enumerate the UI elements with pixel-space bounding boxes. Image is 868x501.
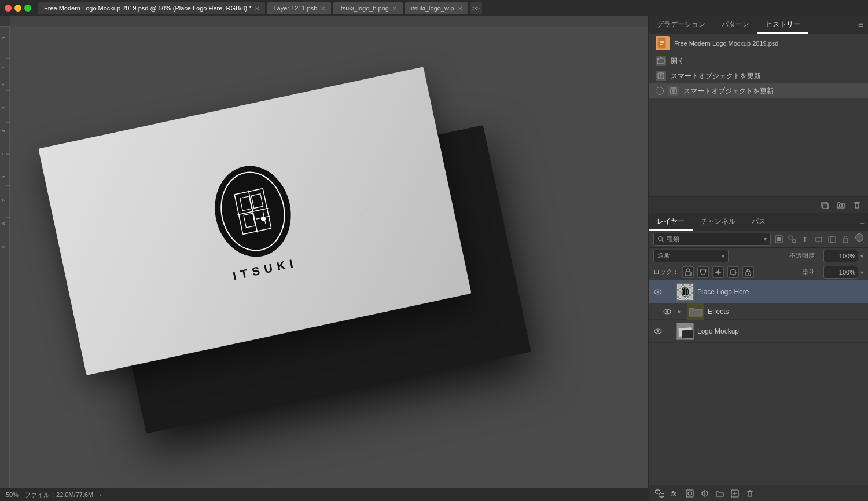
- blend-mode-row: 通常 不透明度： 100%: [649, 248, 868, 264]
- history-trash-button[interactable]: [851, 199, 863, 211]
- tab-pattern[interactable]: パターン: [713, 16, 757, 34]
- tab-gradation[interactable]: グラデーション: [649, 16, 713, 34]
- filter-adjustment-icon[interactable]: [786, 233, 798, 245]
- layer-item-logo-mockup[interactable]: Logo Mockup: [649, 320, 868, 343]
- tab-layers[interactable]: レイヤー: [649, 213, 693, 231]
- history-list: 開く スマートオブジェクトを更新: [649, 53, 868, 196]
- lock-row: ロック： 塗り： 100%: [649, 264, 868, 280]
- filter-toggle-circle[interactable]: [855, 233, 863, 245]
- lock-artboard-button[interactable]: [727, 266, 739, 278]
- tab-paths[interactable]: パス: [744, 213, 774, 231]
- filter-shape-icon[interactable]: [813, 233, 825, 245]
- filter-dropdown-icon[interactable]: [764, 236, 767, 242]
- svg-point-112: [666, 310, 668, 313]
- history-panel-menu-icon[interactable]: ≡: [858, 20, 863, 30]
- layer-new-button[interactable]: [729, 487, 741, 500]
- layer-filter-input[interactable]: 種類: [653, 233, 771, 246]
- opacity-row: 不透明度： 100%: [732, 250, 863, 262]
- canvas-viewport[interactable]: ITSUKI: [10, 27, 648, 488]
- svg-rect-91: [731, 270, 735, 275]
- svg-rect-71: [823, 203, 828, 209]
- right-panel: グラデーション パターン ヒストリー ≡: [648, 16, 868, 501]
- filter-icon-group: T: [773, 233, 863, 245]
- svg-rect-103: [689, 288, 693, 292]
- svg-text:fx: fx: [671, 491, 676, 497]
- layer-item-effects[interactable]: Effects: [649, 303, 868, 320]
- maximize-dot[interactable]: [24, 5, 31, 12]
- layer-mask-button[interactable]: [683, 487, 696, 500]
- layer-expand-icon[interactable]: [675, 308, 683, 316]
- minimize-dot[interactable]: [14, 5, 21, 12]
- svg-rect-104: [677, 292, 681, 296]
- history-item-update1[interactable]: スマートオブジェクトを更新: [649, 68, 868, 83]
- history-camera-button[interactable]: [834, 199, 847, 211]
- svg-rect-117: [682, 329, 693, 338]
- layer-item-place-logo[interactable]: Place Logo Here: [649, 280, 868, 303]
- close-dot[interactable]: [5, 5, 12, 12]
- svg-point-81: [792, 239, 796, 243]
- filter-lock-icon[interactable]: [840, 233, 851, 245]
- svg-text:8: 8: [1, 222, 6, 225]
- svg-text:3: 3: [1, 106, 6, 109]
- chevron-right-icon: [678, 308, 681, 315]
- tab-close-icon[interactable]: ✕: [321, 5, 325, 12]
- history-panel: グラデーション パターン ヒストリー ≡: [649, 16, 868, 213]
- tab-close-icon[interactable]: ✕: [392, 5, 397, 12]
- filter-smart-icon[interactable]: [826, 233, 838, 245]
- fill-dropdown-icon[interactable]: [860, 269, 863, 276]
- layer-folder-button[interactable]: [713, 487, 726, 500]
- history-duplicate-button[interactable]: [818, 199, 831, 211]
- svg-text:T: T: [803, 236, 807, 244]
- svg-text:9: 9: [1, 245, 6, 248]
- layers-panel-menu-icon[interactable]: ≡: [860, 218, 865, 226]
- layers-list: Place Logo Here Effects: [649, 280, 868, 485]
- blend-mode-dropdown[interactable]: 通常: [653, 250, 729, 262]
- canvas-area: 0 100 200 300 400 500 600 700 800 900 10…: [0, 16, 648, 501]
- filter-type-icon[interactable]: T: [800, 233, 811, 245]
- svg-text:2: 2: [1, 83, 6, 86]
- svg-point-76: [659, 236, 663, 240]
- lock-all-button[interactable]: [742, 266, 754, 278]
- tab-layer1211[interactable]: Layer 1211.psb ✕: [267, 2, 331, 14]
- svg-point-97: [748, 273, 749, 274]
- status-arrow-icon[interactable]: ›: [99, 492, 101, 498]
- fill-input[interactable]: 100%: [823, 266, 858, 279]
- tab-itsuki-b[interactable]: itsuki_logo_b.png ✕: [333, 2, 403, 14]
- svg-text:7: 7: [1, 199, 6, 202]
- opacity-dropdown-icon[interactable]: [860, 253, 863, 259]
- svg-rect-85: [830, 237, 836, 242]
- layer-fx-button[interactable]: fx: [668, 487, 681, 500]
- lock-pixels-button[interactable]: [697, 266, 709, 278]
- history-item-update2[interactable]: スマートオブジェクトを更新: [649, 83, 868, 98]
- lock-transparent-button[interactable]: [682, 266, 694, 278]
- main-content: 0 100 200 300 400 500 600 700 800 900 10…: [0, 16, 868, 501]
- tab-history[interactable]: ヒストリー: [757, 16, 808, 34]
- layer-visibility-toggle[interactable]: [653, 287, 663, 297]
- svg-point-99: [657, 291, 659, 293]
- filter-kind-label: 種類: [667, 235, 679, 243]
- layer-visibility-toggle[interactable]: [663, 307, 672, 316]
- svg-rect-100: [677, 284, 681, 288]
- opacity-input[interactable]: 100%: [823, 250, 858, 262]
- history-doc-title: Free Modern Logo Mockup 2019.psd: [674, 40, 778, 47]
- lock-position-button[interactable]: [712, 266, 724, 278]
- file-info: ファイル：22.0M/77.6M: [24, 491, 93, 499]
- layers-panel-tabs: レイヤー チャンネル パス ≡: [649, 213, 868, 231]
- history-item-open[interactable]: 開く: [649, 53, 868, 68]
- layer-trash-button[interactable]: [744, 487, 756, 500]
- tab-close-icon[interactable]: ✕: [458, 5, 462, 12]
- history-toolbar: [649, 196, 868, 213]
- svg-point-80: [789, 236, 792, 239]
- tab-overflow[interactable]: >>: [470, 2, 482, 14]
- layer-adjustment-button[interactable]: [698, 487, 711, 500]
- layer-logo-mockup-thumbnail: [676, 323, 694, 340]
- layer-visibility-toggle[interactable]: [653, 327, 663, 336]
- filter-pixel-icon[interactable]: [773, 233, 785, 245]
- history-state-indicator: [656, 87, 664, 95]
- tab-itsuki-w[interactable]: itsuki_logo_w.p ✕: [405, 2, 468, 14]
- tab-active[interactable]: Free Modern Logo Mockup 2019.psd @ 50% (…: [38, 2, 265, 14]
- tab-close-icon[interactable]: ✕: [255, 5, 259, 12]
- history-update2-icon: [668, 86, 679, 96]
- tab-channels[interactable]: チャンネル: [693, 213, 744, 231]
- layer-link-button[interactable]: [653, 487, 666, 500]
